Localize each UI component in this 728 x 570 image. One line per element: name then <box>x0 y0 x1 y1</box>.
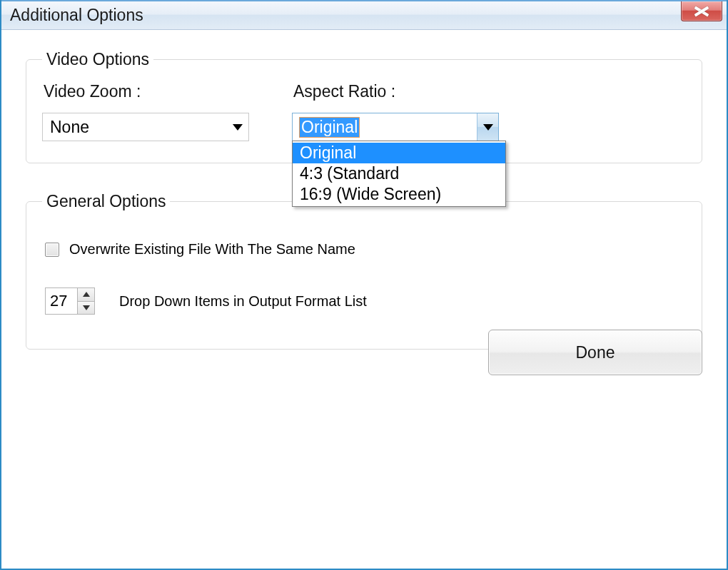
aspect-ratio-value: Original <box>300 118 359 137</box>
general-options-group: General Options Overwrite Existing File … <box>26 192 702 350</box>
general-options-legend: General Options <box>42 192 170 211</box>
overwrite-label: Overwrite Existing File With The Same Na… <box>69 241 355 258</box>
dialog-footer: Done <box>488 330 702 375</box>
aspect-ratio-dropdown: Original 4:3 (Standard 16:9 (Wide Screen… <box>292 141 506 207</box>
aspect-ratio-combobox[interactable]: Original Original 4:3 (Standard 16:9 (Wi… <box>292 113 499 141</box>
chevron-down-icon <box>233 124 243 131</box>
aspect-option-original[interactable]: Original <box>293 143 505 163</box>
titlebar: Additional Options <box>1 0 727 30</box>
overwrite-checkbox[interactable] <box>45 243 59 257</box>
aspect-ratio-label: Aspect Ratio : <box>292 82 499 101</box>
dialog-window: Additional Options Video Options Video Z… <box>0 0 728 570</box>
aspect-ratio-drop-button[interactable] <box>477 113 498 141</box>
video-options-legend: Video Options <box>42 50 153 69</box>
spinner-down-button[interactable] <box>78 302 94 315</box>
chevron-down-icon <box>83 305 90 310</box>
aspect-option-16-9[interactable]: 16:9 (Wide Screen) <box>293 184 505 205</box>
dropdown-count-label: Drop Down Items in Output Format List <box>119 293 367 310</box>
video-zoom-value: None <box>50 118 89 137</box>
chevron-up-icon <box>83 292 90 297</box>
dropdown-count-spinner <box>45 287 95 315</box>
dropdown-count-input[interactable] <box>46 288 77 314</box>
aspect-option-4-3[interactable]: 4:3 (Standard <box>293 163 505 184</box>
dropdown-count-row: Drop Down Items in Output Format List <box>45 287 686 315</box>
video-options-group: Video Options Video Zoom : None Aspect R… <box>26 50 702 163</box>
chevron-down-icon <box>483 124 493 131</box>
overwrite-row: Overwrite Existing File With The Same Na… <box>45 241 686 258</box>
done-button[interactable]: Done <box>488 330 702 375</box>
close-button[interactable] <box>681 1 722 21</box>
spinner-up-button[interactable] <box>78 288 94 302</box>
video-zoom-combobox[interactable]: None <box>42 113 249 141</box>
window-title: Additional Options <box>10 6 143 25</box>
dialog-content: Video Options Video Zoom : None Aspect R… <box>1 30 727 392</box>
video-zoom-label: Video Zoom : <box>42 82 249 101</box>
close-icon <box>694 6 709 16</box>
